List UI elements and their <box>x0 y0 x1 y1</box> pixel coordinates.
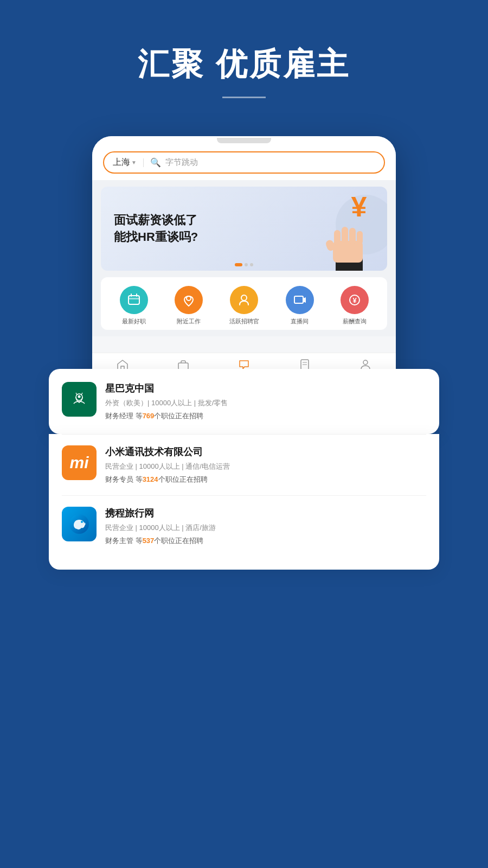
xiaomi-meta: 民营企业 | 10000人以上 | 通信/电信运营 <box>105 462 426 471</box>
search-bar[interactable]: 上海 ▼ 🔍 字节跳动 <box>103 151 385 174</box>
xiaomi-jobs-count: 3124 <box>143 475 158 483</box>
hero-title: 汇聚 优质雇主 <box>0 43 488 86</box>
hero-section: 汇聚 优质雇主 <box>0 0 488 120</box>
starbucks-row: 星巴克中国 外资（欧美）| 10000人以上 | 批发/零售 财务经理 等769… <box>62 382 426 421</box>
starbucks-jobs-prefix: 财务经理 等 <box>105 412 143 420</box>
svg-rect-5 <box>342 227 348 244</box>
svg-point-22 <box>363 360 368 365</box>
ctrip-jobs-suffix: 个职位正在招聘 <box>154 537 203 545</box>
hero-divider <box>222 97 266 98</box>
xiaomi-name: 小米通讯技术有限公司 <box>105 445 426 458</box>
search-area: 上海 ▼ 🔍 字节跳动 <box>92 145 396 180</box>
ctrip-info: 携程旅行网 民营企业 | 10000人以上 | 酒店/旅游 财务主管 等537个… <box>105 507 426 546</box>
banner-line1: 面试薪资谈低了 <box>114 212 198 229</box>
ctrip-name: 携程旅行网 <box>105 507 426 520</box>
starbucks-jobs: 财务经理 等769个职位正在招聘 <box>105 411 426 421</box>
phone-body: 上海 ▼ 🔍 字节跳动 面试薪资谈低了 能找HR重谈吗? ¥ <box>92 136 396 399</box>
banner[interactable]: 面试薪资谈低了 能找HR重谈吗? ¥ <box>101 187 387 271</box>
nav-icon-nearby <box>175 286 203 314</box>
banner-dot-1 <box>235 263 242 266</box>
nav-icon-latest <box>120 286 148 314</box>
ctrip-meta: 民营企业 | 10000人以上 | 酒店/旅游 <box>105 523 426 533</box>
banner-dot-3 <box>250 263 253 266</box>
banner-line2: 能找HR重谈吗? <box>114 229 198 246</box>
ctrip-jobs: 财务主管 等537个职位正在招聘 <box>105 536 426 546</box>
phone-notch <box>217 138 271 143</box>
nav-label-latest: 最新好职 <box>122 317 146 326</box>
svg-rect-7 <box>357 231 363 244</box>
starbucks-logo <box>62 382 97 417</box>
nav-label-salary: 薪酬查询 <box>343 317 367 326</box>
starbucks-jobs-suffix: 个职位正在招聘 <box>154 412 203 420</box>
xiaomi-jobs: 财务专员 等3124个职位正在招聘 <box>105 475 426 484</box>
svg-point-25 <box>78 395 81 398</box>
starbucks-meta: 外资（欧美）| 10000人以上 | 批发/零售 <box>105 398 426 408</box>
svg-rect-6 <box>349 228 356 244</box>
phone-top-bar <box>92 136 396 145</box>
nav-icon-live <box>286 286 314 314</box>
starbucks-card[interactable]: 星巴克中国 外资（欧美）| 10000人以上 | 批发/零售 财务经理 等769… <box>49 369 439 434</box>
nav-item-live[interactable]: 直播间 <box>286 286 314 326</box>
search-placeholder[interactable]: 字节跳动 <box>165 157 198 168</box>
svg-rect-12 <box>136 293 137 297</box>
nav-icon-salary: ¥ <box>341 286 369 314</box>
xiaomi-jobs-prefix: 财务专员 等 <box>105 475 143 483</box>
svg-rect-4 <box>334 230 341 245</box>
ctrip-card[interactable]: 携程旅行网 民营企业 | 10000人以上 | 酒店/旅游 财务主管 等537个… <box>62 496 426 557</box>
banner-pagination <box>235 263 253 266</box>
svg-rect-9 <box>129 296 139 304</box>
city-selector[interactable]: 上海 ▼ <box>113 157 137 168</box>
nav-item-nearby[interactable]: 附近工作 <box>175 286 203 326</box>
phone-mockup: 上海 ▼ 🔍 字节跳动 面试薪资谈低了 能找HR重谈吗? ¥ <box>0 136 488 399</box>
phone-spacer <box>92 336 396 353</box>
svg-rect-10 <box>129 298 139 299</box>
city-label: 上海 <box>113 157 130 168</box>
nav-item-latest[interactable]: 最新好职 <box>120 286 148 326</box>
svg-text:¥: ¥ <box>351 191 367 222</box>
company-cards-area: 星巴克中国 外资（欧美）| 10000人以上 | 批发/零售 财务经理 等769… <box>49 369 439 570</box>
ctrip-jobs-count: 537 <box>143 537 155 545</box>
ctrip-jobs-prefix: 财务主管 等 <box>105 537 143 545</box>
nav-label-live: 直播间 <box>291 317 309 326</box>
svg-rect-15 <box>294 296 303 303</box>
search-icon: 🔍 <box>150 157 161 168</box>
xiaomi-logo: mi <box>62 445 97 480</box>
nav-icon-active <box>230 286 258 314</box>
starbucks-name: 星巴克中国 <box>105 382 426 395</box>
svg-point-27 <box>81 521 83 523</box>
xiaomi-info: 小米通讯技术有限公司 民营企业 | 10000人以上 | 通信/电信运营 财务专… <box>105 445 426 484</box>
nav-item-salary[interactable]: ¥ 薪酬查询 <box>341 286 369 326</box>
svg-rect-11 <box>131 293 132 297</box>
city-dropdown-icon: ▼ <box>131 159 137 165</box>
svg-point-23 <box>69 390 89 409</box>
svg-point-14 <box>241 295 247 301</box>
quick-nav: 最新好职 附近工作 活跃招聘官 <box>101 277 387 330</box>
starbucks-info: 星巴克中国 外资（欧美）| 10000人以上 | 批发/零售 财务经理 等769… <box>105 382 426 421</box>
nav-label-nearby: 附近工作 <box>177 317 201 326</box>
xiaomi-card[interactable]: mi 小米通讯技术有限公司 民营企业 | 10000人以上 | 通信/电信运营 … <box>62 435 426 495</box>
banner-illustration: ¥ <box>317 187 387 271</box>
starbucks-jobs-count: 769 <box>143 412 155 420</box>
ctrip-logo <box>62 507 97 541</box>
nav-item-active[interactable]: 活跃招聘官 <box>229 286 259 326</box>
search-divider <box>143 158 144 167</box>
other-cards: mi 小米通讯技术有限公司 民营企业 | 10000人以上 | 通信/电信运营 … <box>49 434 439 570</box>
nav-label-active: 活跃招聘官 <box>229 317 259 326</box>
banner-text: 面试薪资谈低了 能找HR重谈吗? <box>101 201 211 257</box>
banner-dot-2 <box>245 263 248 266</box>
svg-text:¥: ¥ <box>352 296 357 304</box>
xiaomi-jobs-suffix: 个职位正在招聘 <box>158 475 208 483</box>
